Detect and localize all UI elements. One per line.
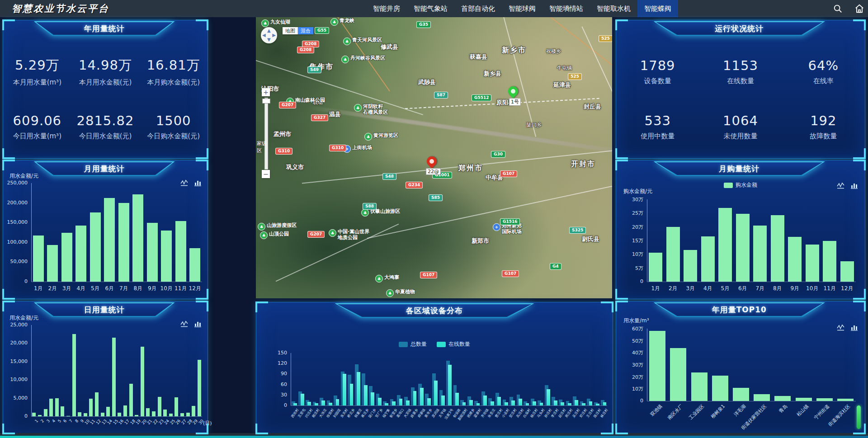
x-tick-label: 5月 xyxy=(717,285,734,292)
chart-type-toggles xyxy=(837,182,858,189)
stat-label: 故障数量 xyxy=(810,132,837,141)
bar-chart-icon[interactable] xyxy=(851,182,858,189)
zoom-slider-thumb[interactable] xyxy=(262,99,270,104)
bar-online xyxy=(321,400,325,405)
nav-item-7[interactable]: 智能蝶阀 xyxy=(637,0,678,17)
zoom-in-button[interactable]: + xyxy=(262,88,270,96)
bar-online xyxy=(476,403,480,405)
nav-item-1[interactable]: 智能井房 xyxy=(366,0,407,17)
bar-online xyxy=(568,403,571,405)
line-chart-icon[interactable] xyxy=(180,320,188,327)
x-tick-label: 10月 xyxy=(804,285,821,292)
hybrid-mode-button[interactable]: 混合 xyxy=(298,27,313,34)
legend-item[interactable]: 购水金额 xyxy=(724,181,757,189)
bar xyxy=(771,215,784,282)
nav-item-3[interactable]: 首部自动化 xyxy=(454,0,502,17)
bar-chart-icon[interactable] xyxy=(194,179,201,186)
scenic-tree-icon: ♣ xyxy=(386,289,394,297)
panel-year-usage: 年用量统计 5.29万本月用水量(m³)14.98万本月用水金额(元)16.81… xyxy=(3,20,208,159)
x-tick-label: 双池镇 xyxy=(649,403,664,418)
panel-month-usage: 月用量统计 用水金额/元050,000100,000150,000200,000… xyxy=(3,160,208,299)
map-poi-青天河风景区: ♣青天河风景区 xyxy=(343,38,382,45)
map-poi-大鸿寨: ♣大鸿寨 xyxy=(375,275,399,283)
poi-label: 青龙峡 xyxy=(340,18,354,24)
scenic-tree-icon: ♣ xyxy=(260,231,268,239)
x-tick-label: 4 xyxy=(51,419,56,424)
bar xyxy=(84,413,87,416)
y-tick-label: 50,000 xyxy=(3,259,28,264)
x-tick-label: 南区水厂 xyxy=(667,403,685,421)
legend-item[interactable]: 在线数量 xyxy=(437,340,470,348)
bar-online xyxy=(420,388,424,405)
x-tick-label: 9月 xyxy=(786,285,804,292)
nav-item-5[interactable]: 智能墒情站 xyxy=(542,0,590,17)
zoom-out-button[interactable]: − xyxy=(262,170,270,178)
x-tick-label: 6月 xyxy=(103,285,117,292)
x-tick-label: 8月 xyxy=(769,285,787,292)
line-chart-icon[interactable] xyxy=(837,182,844,189)
stat-value: 14.98万 xyxy=(79,57,132,75)
scenic-tree-icon: ♣ xyxy=(330,18,338,26)
chart-type-toggles xyxy=(180,320,201,327)
daily-usage-chart: 用水金额/元05,00010,00015,00020,00025,0001234… xyxy=(3,301,208,433)
map-mode-button[interactable]: 地图 xyxy=(283,27,298,34)
bar-chart-icon[interactable] xyxy=(194,320,201,327)
run-status-stats: 1789设备数量1153在线数量64%在线率533使用中数量1064未使用数量1… xyxy=(616,44,865,155)
bar xyxy=(132,194,143,282)
status-stat-2: 1153在线数量 xyxy=(699,44,782,99)
scenic-tree-icon: ♣ xyxy=(364,133,372,141)
map-label-新郑市: 新郑市 xyxy=(472,237,489,245)
bar-online xyxy=(519,399,522,405)
bar-online xyxy=(603,402,607,405)
year-usage-stats: 5.29万本月用水量(m³)14.98万本月用水金额(元)16.81万本月购水金… xyxy=(3,44,208,155)
bar xyxy=(670,348,686,401)
search-icon[interactable] xyxy=(833,4,843,14)
scenic-tree-icon: ♣ xyxy=(343,38,351,45)
x-axis-line xyxy=(647,282,856,282)
legend-swatch xyxy=(437,342,446,347)
bar xyxy=(33,235,44,282)
panel-run-status: 运行状况统计 1789设备数量1153在线数量64%在线率533使用中数量106… xyxy=(616,20,865,159)
x-tick-label: 7月 xyxy=(751,285,769,292)
bar xyxy=(753,226,767,282)
map-label-修武县: 修武县 xyxy=(381,43,398,51)
map-label-尉氏县: 尉氏县 xyxy=(582,235,599,243)
bar xyxy=(158,397,161,416)
green-map-pin[interactable] xyxy=(506,84,520,98)
x-tick-label: 8月 xyxy=(131,285,146,292)
line-chart-icon[interactable] xyxy=(837,324,844,331)
home-icon[interactable] xyxy=(854,4,864,14)
bar xyxy=(135,415,138,416)
legend-swatch xyxy=(724,183,733,188)
stat-value: 16.81万 xyxy=(147,57,200,75)
map-pan-control[interactable]: ▲▼ ◀▶ xyxy=(261,27,277,43)
bar xyxy=(796,398,812,401)
y-tick-label: 30万 xyxy=(616,196,643,203)
satellite-map[interactable]: 地图 混合 ▲▼ ◀▶ + − 焦作市新乡市郑州市开封市沁阳市孟州市温县武陟县获… xyxy=(256,17,612,298)
datazoom-slider[interactable] xyxy=(857,405,861,429)
nav-item-2[interactable]: 智能气象站 xyxy=(407,0,454,17)
stat-label: 本月购水金额(元) xyxy=(147,78,200,87)
bar-chart-icon[interactable] xyxy=(851,324,858,331)
red-map-pin[interactable] xyxy=(425,154,439,168)
nav-item-6[interactable]: 智能取水机 xyxy=(590,0,637,17)
map-poi-山旅游度假区: ♣山旅游度假区 xyxy=(258,223,297,231)
zoom-slider-track[interactable] xyxy=(264,98,268,170)
x-axis-line xyxy=(291,405,607,406)
panel-title: 年用量TOP10 xyxy=(654,302,826,317)
nav-item-4[interactable]: 智能球阀 xyxy=(502,0,542,17)
panel-title: 日用量统计 xyxy=(34,302,175,317)
bar-online xyxy=(469,400,473,405)
chart-legend: 总数量在线数量 xyxy=(256,340,613,348)
bar xyxy=(718,208,732,282)
legend-item[interactable]: 总数量 xyxy=(399,340,427,348)
road-shield-S48: S48 xyxy=(382,173,396,180)
bar xyxy=(754,394,770,401)
panel-header: 月购量统计 xyxy=(654,161,826,176)
line-chart-icon[interactable] xyxy=(180,179,188,186)
y-tick-label: 25,000 xyxy=(3,322,28,328)
stat-value: 1500 xyxy=(156,113,191,128)
panel-title: 月购量统计 xyxy=(654,161,826,176)
bar-online xyxy=(554,400,557,405)
bar-online xyxy=(561,402,564,405)
